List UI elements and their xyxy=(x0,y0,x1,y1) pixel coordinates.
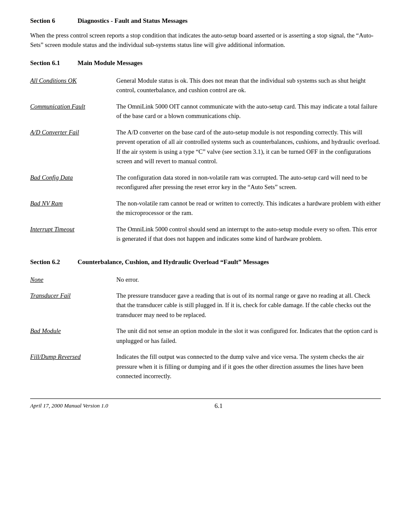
message-desc: Indicates the fill output was connected … xyxy=(116,350,381,385)
footer-left: April 17, 2000 Manual Version 1.0 xyxy=(30,402,108,409)
section62-heading: Section 6.2Counterbalance, Cushion, and … xyxy=(30,258,381,266)
message-desc: The A/D converter on the base card of th… xyxy=(116,125,381,171)
table-row: Interrupt TimeoutThe OmniLink 5000 contr… xyxy=(30,222,381,248)
message-desc: The pressure transducer gave a reading t… xyxy=(116,289,381,324)
section61-title: Main Module Messages xyxy=(78,59,143,66)
table-row: NoneNo error. xyxy=(30,273,381,289)
message-desc: The non-volatile ram cannot be read or w… xyxy=(116,196,381,222)
fault-messages-table: NoneNo error.Transducer FailThe pressure… xyxy=(30,273,381,386)
message-term: Bad Module xyxy=(30,324,116,350)
section61-heading: Section 6.1Main Module Messages xyxy=(30,59,381,67)
footer-page-number: 6.1 xyxy=(215,402,223,410)
message-term: Communication Fault xyxy=(30,100,116,125)
message-desc: The OmniLink 5000 OIT cannot communicate… xyxy=(116,100,381,125)
page-footer: April 17, 2000 Manual Version 1.0 6.1 xyxy=(30,398,381,410)
main-messages-table: All Conditions OKGeneral Module status i… xyxy=(30,74,381,248)
message-term: Bad Config Data xyxy=(30,171,116,196)
message-term: Transducer Fail xyxy=(30,289,116,324)
message-term: Bad NV Ram xyxy=(30,196,116,222)
message-desc: The OmniLink 5000 control should send an… xyxy=(116,222,381,248)
table-row: Fill/Dump ReversedIndicates the fill out… xyxy=(30,350,381,385)
table-row: Communication FaultThe OmniLink 5000 OIT… xyxy=(30,100,381,125)
message-term: A/D Converter Fail xyxy=(30,125,116,171)
message-term: Interrupt Timeout xyxy=(30,222,116,248)
section61-num: Section 6.1 xyxy=(30,59,78,67)
message-desc: General Module status is ok. This does n… xyxy=(116,74,381,100)
message-desc: The configuration data stored in non-vol… xyxy=(116,171,381,196)
message-desc: The unit did not sense an option module … xyxy=(116,324,381,350)
section62-title: Counterbalance, Cushion, and Hydraulic O… xyxy=(78,258,269,265)
table-row: Bad NV RamThe non-volatile ram cannot be… xyxy=(30,196,381,222)
table-row: Bad Config DataThe configuration data st… xyxy=(30,171,381,196)
section62-num: Section 6.2 xyxy=(30,258,78,266)
message-term: Fill/Dump Reversed xyxy=(30,350,116,385)
message-term: None xyxy=(30,273,116,289)
message-term: All Conditions OK xyxy=(30,74,116,100)
table-row: All Conditions OKGeneral Module status i… xyxy=(30,74,381,100)
section6-title: Diagnostics - Fault and Status Messages xyxy=(78,17,187,24)
intro-paragraph: When the press control screen reports a … xyxy=(30,31,381,50)
message-desc: No error. xyxy=(116,273,381,289)
table-row: Transducer FailThe pressure transducer g… xyxy=(30,289,381,324)
section6-num: Section 6 xyxy=(30,17,78,25)
section6-heading: Section 6Diagnostics - Fault and Status … xyxy=(30,17,381,25)
table-row: A/D Converter FailThe A/D converter on t… xyxy=(30,125,381,171)
table-row: Bad ModuleThe unit did not sense an opti… xyxy=(30,324,381,350)
